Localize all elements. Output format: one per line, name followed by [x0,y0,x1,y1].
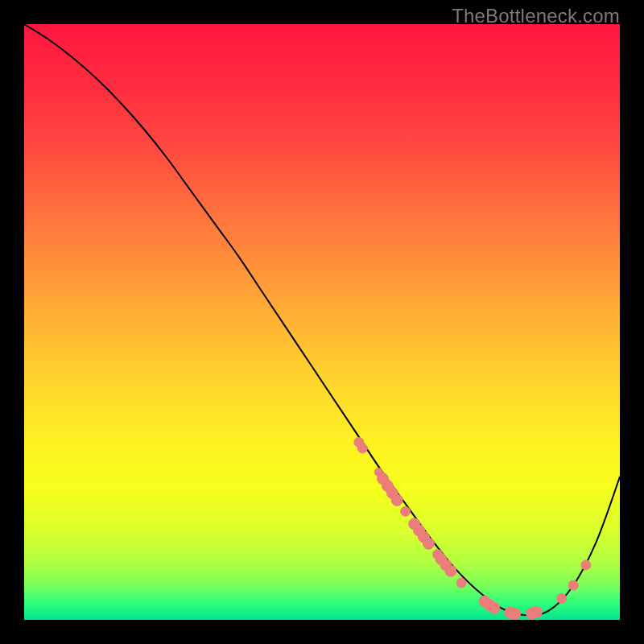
gradient-background [24,24,620,620]
chart-svg [24,24,620,620]
curve-marker [423,538,434,549]
canvas-root: TheBottleneck.com [0,0,644,644]
curve-marker [530,606,542,617]
curve-marker [456,578,466,588]
curve-marker [581,560,591,570]
curve-marker [556,593,566,603]
curve-marker [401,506,411,516]
curve-marker [489,602,500,613]
curve-marker [568,580,578,590]
curve-marker [357,444,367,453]
plot-area [24,24,620,620]
curve-marker [445,565,456,576]
curve-marker [510,609,521,620]
curve-marker [391,494,402,506]
